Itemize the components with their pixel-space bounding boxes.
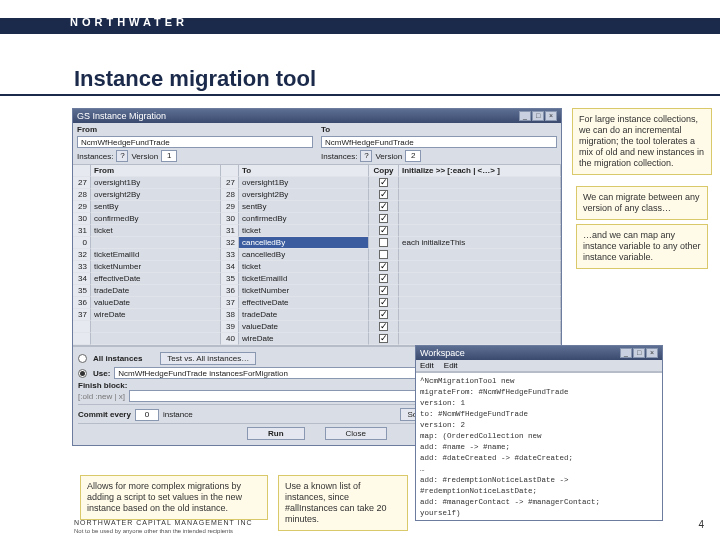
callout-known-list: Use a known list of instances, since #al…: [278, 475, 408, 531]
footer-org: NORTHWATER CAPITAL MANAGEMENT INC: [74, 519, 253, 526]
all-instances-radio[interactable]: [78, 354, 87, 363]
table-row[interactable]: 37wireDate38tradeDate: [73, 309, 561, 321]
callout-incremental: For large instance collections, we can d…: [572, 108, 712, 175]
instance-label: instance: [163, 410, 193, 419]
instances-label-2: Instances:: [321, 152, 357, 161]
table-row[interactable]: 39valueDate: [73, 321, 561, 333]
col-init[interactable]: Initialize >> [:each | <…> ]: [399, 165, 561, 177]
footer-legal: Not to be used by anyone other than the …: [74, 528, 233, 534]
from-version-label: Version: [131, 152, 158, 161]
commit-every-field[interactable]: 0: [135, 409, 159, 421]
page-title: Instance migration tool: [74, 66, 316, 92]
all-instances-label: All instances: [93, 354, 142, 363]
ws-maximize-icon[interactable]: □: [633, 348, 645, 358]
table-row[interactable]: 32ticketEmailId33cancelledBy: [73, 249, 561, 261]
run-button[interactable]: Run: [247, 427, 305, 440]
table-row[interactable]: 032cancelledByeach initializeThis: [73, 237, 561, 249]
ws-minimize-icon[interactable]: _: [620, 348, 632, 358]
from-class-field[interactable]: NcmWfHedgeFundTrade: [77, 136, 313, 148]
finish-block-hint: [:old :new | x]: [78, 392, 125, 401]
brand: NORTHWATER: [70, 16, 188, 28]
maximize-icon[interactable]: □: [532, 111, 544, 121]
ws-menu-edit2[interactable]: Edit: [444, 361, 458, 370]
callout-mapping: …and we can map any instance variable to…: [576, 224, 708, 269]
table-row[interactable]: 27oversight1By27oversight1By: [73, 177, 561, 189]
workspace-code[interactable]: ^NcmMigrationTool new migrateFrom: #NcmW…: [416, 372, 662, 520]
commit-every-label: Commit every: [78, 410, 131, 419]
finish-block-label: Finish block:: [78, 381, 127, 390]
table-row[interactable]: 35tradeDate36ticketNumber: [73, 285, 561, 297]
instances-help-button-2[interactable]: ?: [360, 150, 372, 162]
table-row[interactable]: 29sentBy29sentBy: [73, 201, 561, 213]
col-to[interactable]: To: [239, 165, 369, 177]
page-number: 4: [698, 519, 704, 530]
table-row[interactable]: 31ticket31ticket: [73, 225, 561, 237]
col-from[interactable]: From: [91, 165, 221, 177]
mapping-grid: From To Copy Initialize >> [:each | <…> …: [73, 164, 561, 346]
use-label: Use:: [93, 369, 110, 378]
close-button[interactable]: Close: [325, 427, 387, 440]
table-row[interactable]: 40wireDate: [73, 333, 561, 345]
minimize-icon[interactable]: _: [519, 111, 531, 121]
instances-label: Instances:: [77, 152, 113, 161]
callout-versions: We can migrate between any version of an…: [576, 186, 708, 220]
from-version-field[interactable]: 1: [161, 150, 177, 162]
window-title: GS Instance Migration: [77, 111, 166, 121]
workspace-titlebar[interactable]: Workspace _ □ ×: [416, 346, 662, 360]
ws-menu-edit[interactable]: Edit: [420, 361, 434, 370]
test-vs-all-button[interactable]: Test vs. All instances…: [160, 352, 256, 365]
workspace-window: Workspace _ □ × Edit Edit ^NcmMigrationT…: [415, 345, 663, 521]
instances-help-button[interactable]: ?: [116, 150, 128, 162]
to-class-field[interactable]: NcmWfHedgeFundTrade: [321, 136, 557, 148]
workspace-title: Workspace: [420, 348, 465, 358]
callout-script: Allows for more complex migrations by ad…: [80, 475, 268, 520]
close-icon[interactable]: ×: [545, 111, 557, 121]
col-copy[interactable]: Copy: [369, 165, 399, 177]
window-titlebar[interactable]: GS Instance Migration _ □ ×: [73, 109, 561, 123]
to-label: To: [321, 125, 557, 134]
table-row[interactable]: 30confirmedBy30confirmedBy: [73, 213, 561, 225]
use-radio[interactable]: [78, 369, 87, 378]
ws-close-icon[interactable]: ×: [646, 348, 658, 358]
table-row[interactable]: 36valueDate37effectiveDate: [73, 297, 561, 309]
table-row[interactable]: 28oversight2By28oversight2By: [73, 189, 561, 201]
table-row[interactable]: 34effectiveDate35ticketEmailId: [73, 273, 561, 285]
title-underline: [0, 94, 720, 96]
to-version-field[interactable]: 2: [405, 150, 421, 162]
to-version-label: Version: [375, 152, 402, 161]
table-row[interactable]: 33ticketNumber34ticket: [73, 261, 561, 273]
from-label: From: [77, 125, 313, 134]
